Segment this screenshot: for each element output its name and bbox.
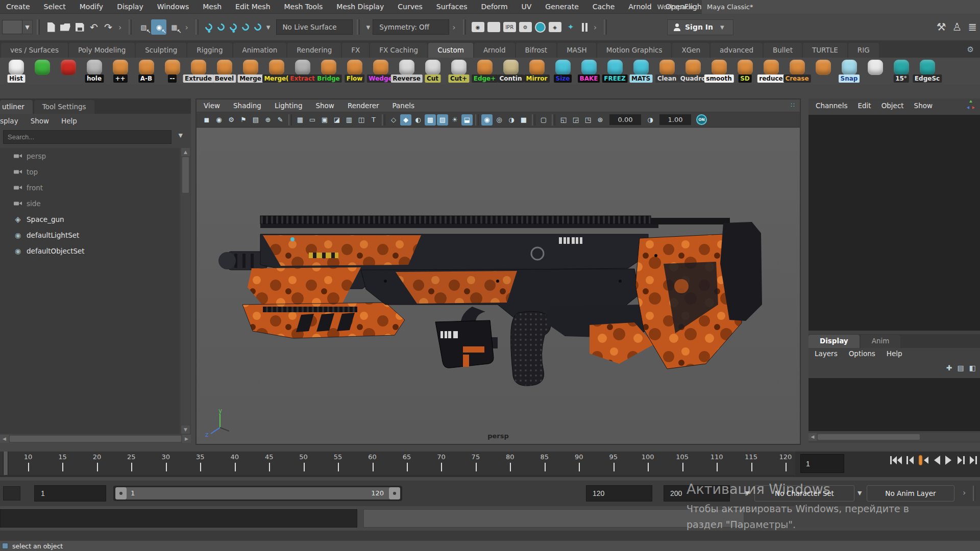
shelf-tab[interactable]: Animation: [233, 43, 287, 58]
shelf-item[interactable]: [29, 59, 55, 84]
scrollbar-thumb[interactable]: [182, 157, 189, 193]
film-gate-icon[interactable]: ▭: [307, 114, 318, 126]
channel-box-toggle-icon[interactable]: ≣: [968, 22, 977, 33]
render-settings-button[interactable]: ⚙: [519, 22, 532, 32]
shelf-item[interactable]: Contin: [498, 59, 524, 84]
toolbar-handle[interactable]: [973, 486, 976, 501]
resolution-gate-icon[interactable]: ▣: [319, 114, 330, 126]
shelf-tab[interactable]: FX Caching: [370, 43, 427, 58]
shelf-item[interactable]: FREEZ: [602, 59, 628, 84]
shelf-item[interactable]: Mirror: [524, 59, 550, 84]
character-controls-icon[interactable]: ♙: [952, 22, 962, 33]
grease-pencil-icon[interactable]: ✎: [275, 114, 286, 126]
scroll-left-arrow-icon[interactable]: ◀: [0, 435, 9, 443]
exposure-icon[interactable]: ⊛: [595, 114, 606, 126]
menubar-item[interactable]: Cache: [593, 3, 615, 11]
shelf-item[interactable]: SD: [732, 59, 758, 84]
tab-anim-layers[interactable]: Anim: [861, 335, 901, 348]
snap-to-curve-icon[interactable]: [216, 22, 226, 32]
selection-mask-combo[interactable]: [2, 20, 22, 34]
isolate-select-icon[interactable]: ▢: [538, 114, 549, 126]
group-collapse-arrow-icon[interactable]: ›: [118, 22, 121, 32]
open-scene-button[interactable]: [58, 19, 72, 35]
shelf-tab[interactable]: Rendering: [287, 43, 341, 58]
shelf-tab[interactable]: XGen: [672, 43, 709, 58]
step-back-key-button[interactable]: [918, 455, 929, 466]
toolbar-handle[interactable]: [195, 19, 199, 35]
lock-camera-icon[interactable]: ◉: [213, 114, 225, 126]
scroll-right-arrow-icon[interactable]: ▶: [182, 435, 191, 443]
select-component-button[interactable]: ▦↖: [166, 19, 182, 35]
playback-end-field[interactable]: [586, 485, 652, 502]
outliner-search-input[interactable]: [3, 130, 172, 144]
channel-box-menu-item[interactable]: Edit: [857, 102, 871, 110]
separator[interactable]: [552, 114, 555, 126]
viewport-menu-item[interactable]: Panels: [393, 102, 414, 110]
new-scene-button[interactable]: [44, 19, 58, 35]
play-backwards-button[interactable]: [932, 455, 941, 466]
shelf-item[interactable]: ++: [107, 59, 133, 84]
group-collapse-arrow-icon[interactable]: ›: [594, 22, 597, 32]
shelf-item[interactable]: Extract: [289, 59, 315, 84]
sign-in-button[interactable]: Sign In ▼: [667, 19, 733, 35]
render-view-button[interactable]: ◉: [472, 22, 484, 32]
lights-icon[interactable]: ☀: [449, 114, 460, 126]
bookmark-icon[interactable]: ⚑: [238, 114, 249, 126]
snapshot-icon[interactable]: ◳: [582, 114, 594, 126]
toolbar-handle[interactable]: [129, 19, 132, 35]
animation-start-field[interactable]: [34, 485, 106, 502]
shelf-item[interactable]: Merge: [237, 59, 263, 84]
layer-editor-menu-item[interactable]: Layers: [815, 349, 838, 358]
menubar-item[interactable]: Surfaces: [436, 3, 468, 11]
image-plane-icon[interactable]: ▤: [250, 114, 261, 126]
menubar-item[interactable]: Mesh Tools: [284, 3, 323, 11]
channel-box-list[interactable]: [808, 115, 980, 331]
snap-to-grid-icon[interactable]: [204, 22, 214, 32]
gate-mask-icon[interactable]: ◪: [331, 114, 342, 126]
shadows-icon[interactable]: ⬓: [461, 114, 473, 126]
hypershade-button[interactable]: [535, 22, 546, 33]
grid-icon[interactable]: ▦: [295, 114, 306, 126]
shelf-item[interactable]: Edge+: [472, 59, 498, 84]
shelf-item[interactable]: Bridge: [315, 59, 341, 84]
exposure-field[interactable]: 0.00: [609, 114, 641, 125]
shelf-item[interactable]: Snap: [836, 59, 862, 84]
range-end-handle[interactable]: [389, 487, 400, 499]
shaded-icon[interactable]: ◆: [400, 114, 411, 126]
shelf-item[interactable]: Wedge: [368, 59, 394, 84]
modeling-toolkit-icon[interactable]: ⚒: [937, 22, 946, 33]
menubar-item[interactable]: Generate: [545, 3, 578, 11]
shelf-item[interactable]: [810, 59, 836, 84]
camera-attributes-icon[interactable]: ⚙: [226, 114, 237, 126]
range-slider-bar[interactable]: [115, 487, 400, 499]
fog-icon[interactable]: ■: [518, 114, 529, 126]
shelf-item[interactable]: Reverse: [394, 59, 420, 84]
motion-blur-icon[interactable]: ◎: [494, 114, 505, 126]
shelf-item[interactable]: Bevel: [211, 59, 237, 84]
paint-effects-button[interactable]: ✦: [565, 22, 577, 32]
shelf-item[interactable]: --: [159, 59, 185, 84]
symmetry-field[interactable]: Symmetry: Off: [373, 19, 449, 35]
material-icon[interactable]: ◐: [412, 114, 424, 126]
shelf-item[interactable]: EdgeSc: [914, 59, 940, 84]
make-live-icon[interactable]: [253, 22, 263, 32]
field-chart-icon[interactable]: ▥: [344, 114, 355, 126]
toolbar-handle[interactable]: [357, 19, 360, 35]
select-hierarchy-button[interactable]: ▧↖: [136, 19, 151, 35]
character-set-dropdown[interactable]: No Character Set: [754, 485, 854, 502]
menubar-item[interactable]: Mesh: [203, 3, 222, 11]
two-d-pan-zoom-icon[interactable]: ⊕: [262, 114, 274, 126]
layer-list[interactable]: [808, 378, 980, 431]
play-forwards-button[interactable]: [944, 455, 953, 466]
outliner-item[interactable]: ◈ ◉ persp: [0, 148, 180, 164]
channel-box-menu-item[interactable]: Channels: [816, 102, 847, 110]
menubar-item[interactable]: Modify: [80, 3, 103, 11]
render-current-frame-button[interactable]: [487, 22, 500, 32]
separator[interactable]: [532, 114, 535, 126]
range-mini-box[interactable]: [3, 486, 20, 500]
select-object-button[interactable]: ◉↖: [151, 19, 166, 35]
menubar-item[interactable]: Deform: [481, 3, 507, 11]
safe-title-icon[interactable]: T: [368, 114, 379, 126]
wireframe-on-shaded-icon[interactable]: ▨: [437, 114, 448, 126]
shelf-item[interactable]: Size: [550, 59, 576, 84]
